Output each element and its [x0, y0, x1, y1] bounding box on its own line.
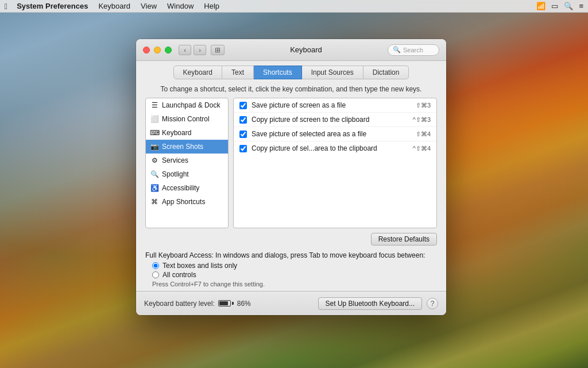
shortcut-row-1[interactable]: Copy picture of screen to the clipboard …	[234, 113, 436, 127]
keyboard-access-section: Full Keyboard Access: In windows and dia…	[136, 249, 446, 291]
accessibility-icon: ♿	[150, 184, 158, 192]
control-center-icon[interactable]: ≡	[579, 2, 583, 10]
keyboard-access-title: Full Keyboard Access: In windows and dia…	[145, 251, 437, 259]
tab-input-sources[interactable]: Input Sources	[302, 66, 363, 79]
instruction-text: To change a shortcut, select it, click t…	[136, 82, 446, 98]
back-button[interactable]: ‹	[179, 45, 191, 55]
titlebar-nav: ‹ ›	[179, 45, 206, 55]
shortcut-label-1: Copy picture of screen to the clipboard	[252, 116, 408, 124]
battery-percent: 86%	[237, 300, 251, 308]
radio-all-controls-label: All controls	[163, 271, 196, 279]
edit-menu[interactable]: Keyboard	[94, 1, 135, 12]
tab-shortcuts[interactable]: Shortcuts	[254, 66, 302, 79]
shortcut-key-0: ⇧⌘3	[416, 102, 431, 109]
battery-label: Keyboard battery level:	[144, 300, 215, 308]
shortcut-key-1: ^⇧⌘3	[413, 116, 431, 124]
apple-menu-icon[interactable]: 	[5, 2, 7, 11]
maximize-button[interactable]	[165, 47, 172, 53]
battery-body	[218, 300, 231, 306]
keyboard-preferences-window: ‹ › ⊞ Keyboard 🔍 Search Keyboard Text Sh…	[136, 39, 446, 315]
sidebar-item-label: Screen Shots	[162, 143, 203, 151]
airplay-icon[interactable]: ▭	[551, 2, 558, 10]
shortcut-checkbox-1[interactable]	[239, 116, 247, 124]
spotlight-icon: 🔍	[150, 170, 158, 178]
sidebar-item-label: Keyboard	[162, 129, 191, 137]
window-title: Keyboard	[225, 45, 388, 54]
bluetooth-setup-button[interactable]: Set Up Bluetooth Keyboard...	[318, 297, 422, 310]
help-button[interactable]: ?	[427, 298, 438, 309]
search-menubar-icon[interactable]: 🔍	[564, 2, 573, 10]
sidebar-item-accessibility[interactable]: ♿ Accessibility	[146, 181, 228, 195]
shortcut-row-3[interactable]: Copy picture of sel...area to the clipbo…	[234, 141, 436, 155]
shortcut-label-2: Save picture of selected area as a file	[252, 130, 411, 138]
shortcut-key-2: ⇧⌘4	[416, 131, 431, 138]
sidebar-item-label: App Shortcuts	[162, 198, 205, 206]
shortcut-checkbox-0[interactable]	[239, 102, 247, 109]
titlebar: ‹ › ⊞ Keyboard 🔍 Search	[136, 39, 446, 61]
keyboard-access-hint: Press Control+F7 to change this setting.	[152, 281, 437, 288]
sidebar-item-launchpad[interactable]: ☰ Launchpad & Dock	[146, 98, 228, 112]
battery-fill	[219, 301, 228, 305]
tab-keyboard[interactable]: Keyboard	[173, 66, 222, 79]
content-area: ☰ Launchpad & Dock ⬜ Mission Control ⌨ K…	[136, 98, 446, 228]
radio-all-controls[interactable]: All controls	[152, 271, 437, 279]
sidebar-item-label: Launchpad & Dock	[162, 101, 220, 109]
shortcut-row-0[interactable]: Save picture of screen as a file ⇧⌘3	[234, 98, 436, 113]
restore-defaults-button[interactable]: Restore Defaults	[371, 233, 437, 246]
forward-button[interactable]: ›	[194, 45, 206, 55]
sidebar-item-app-shortcuts[interactable]: ⌘ App Shortcuts	[146, 195, 228, 209]
sidebar-item-label: Mission Control	[162, 115, 210, 123]
shortcut-key-3: ^⇧⌘4	[413, 145, 431, 152]
search-field[interactable]: 🔍 Search	[388, 44, 439, 56]
sidebar-item-mission-control[interactable]: ⬜ Mission Control	[146, 112, 228, 126]
tabs-bar: Keyboard Text Shortcuts Input Sources Di…	[136, 61, 446, 82]
app-name-menu[interactable]: System Preferences	[12, 1, 92, 12]
sidebar-item-keyboard[interactable]: ⌨ Keyboard	[146, 126, 228, 140]
radio-text-boxes-label: Text boxes and lists only	[163, 262, 237, 270]
search-icon: 🔍	[393, 46, 401, 53]
help-menu[interactable]: Help	[199, 1, 224, 12]
shortcuts-panel: Save picture of screen as a file ⇧⌘3 Cop…	[233, 98, 437, 228]
app-shortcuts-icon: ⌘	[150, 198, 158, 206]
tab-dictation[interactable]: Dictation	[363, 66, 409, 79]
keyboard-icon: ⌨	[150, 129, 158, 137]
status-bar: Keyboard battery level: 86% Set Up Bluet…	[136, 291, 446, 315]
radio-text-boxes-input[interactable]	[152, 262, 159, 269]
traffic-lights	[143, 47, 172, 53]
screenshots-icon: 📷	[150, 143, 158, 151]
sidebar-item-label: Spotlight	[162, 170, 189, 178]
sidebar-item-services[interactable]: ⚙ Services	[146, 154, 228, 167]
sidebar-item-label: Accessibility	[162, 184, 199, 192]
services-icon: ⚙	[150, 156, 158, 164]
sidebar-item-screenshots[interactable]: 📷 Screen Shots	[146, 140, 228, 154]
shortcut-label-0: Save picture of screen as a file	[252, 101, 411, 109]
restore-area: Restore Defaults	[136, 228, 446, 249]
radio-all-controls-input[interactable]	[152, 271, 159, 278]
status-bar-right: Set Up Bluetooth Keyboard... ?	[318, 297, 438, 310]
close-button[interactable]	[143, 47, 150, 53]
shortcut-row-2[interactable]: Save picture of selected area as a file …	[234, 127, 436, 141]
shortcut-checkbox-3[interactable]	[239, 145, 247, 152]
grid-view-button[interactable]: ⊞	[211, 45, 225, 55]
mission-control-icon: ⬜	[150, 115, 158, 123]
shortcut-label-3: Copy picture of sel...area to the clipbo…	[252, 144, 408, 152]
minimize-button[interactable]	[154, 47, 161, 53]
battery-icon	[218, 300, 234, 306]
wifi-icon[interactable]: 📶	[536, 2, 546, 10]
launchpad-icon: ☰	[150, 101, 158, 109]
shortcut-checkbox-2[interactable]	[239, 131, 247, 138]
battery-tip	[232, 302, 234, 305]
radio-text-boxes[interactable]: Text boxes and lists only	[152, 262, 437, 270]
menubar:  System Preferences Keyboard View Windo…	[0, 0, 588, 13]
shortcuts-sidebar: ☰ Launchpad & Dock ⬜ Mission Control ⌨ K…	[145, 98, 229, 228]
sidebar-item-label: Services	[162, 156, 188, 164]
tab-text[interactable]: Text	[222, 66, 254, 79]
view-menu[interactable]: View	[136, 1, 161, 12]
search-placeholder: Search	[403, 47, 423, 53]
window-menu[interactable]: Window	[163, 1, 198, 12]
sidebar-item-spotlight[interactable]: 🔍 Spotlight	[146, 167, 228, 181]
